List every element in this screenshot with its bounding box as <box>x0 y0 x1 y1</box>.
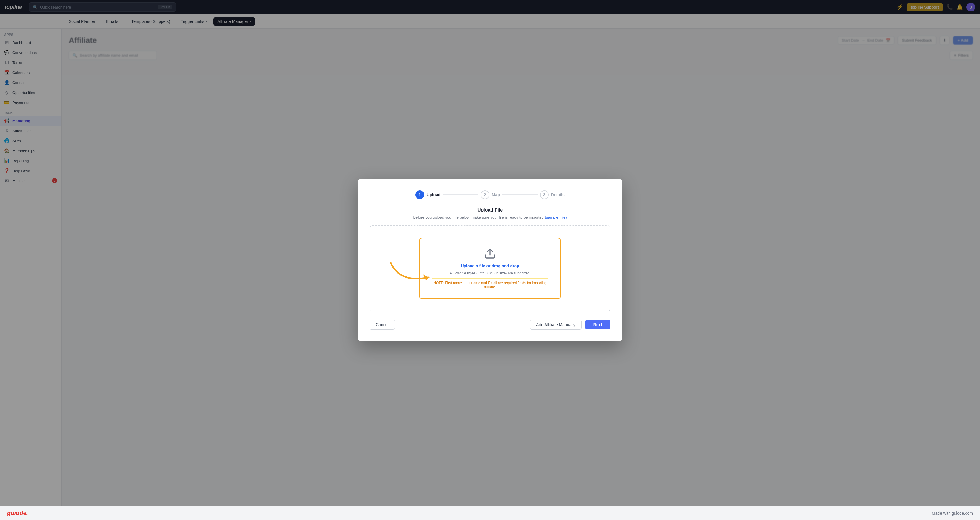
step-1: 1 Upload <box>415 190 441 199</box>
cancel-button[interactable]: Cancel <box>369 320 395 330</box>
dropzone-container[interactable]: Upload a file or drag and drop All .csv … <box>369 225 611 312</box>
upload-subtitle: Before you upload your file below, make … <box>369 215 611 219</box>
add-affiliate-manually-button[interactable]: Add Affiliate Manually <box>530 320 582 330</box>
upload-link-text[interactable]: Upload a file or drag and drop <box>461 264 519 268</box>
sample-file-link[interactable]: (sample File) <box>545 215 567 219</box>
step3-label: Details <box>551 192 565 197</box>
step2-circle: 2 <box>480 190 489 199</box>
step2-label: Map <box>492 192 500 197</box>
step-line-2 <box>502 194 538 195</box>
step-line-1 <box>443 194 478 195</box>
upload-modal: 1 Upload 2 Map 3 Details Upload File Bef… <box>358 179 622 341</box>
step1-circle: 1 <box>415 190 424 199</box>
upload-icon <box>484 248 496 261</box>
upload-note: NOTE: First name, Last name and Email ar… <box>432 278 548 289</box>
upload-support-text: All .csv file types (upto 50MB in size) … <box>449 271 531 275</box>
upload-file-title: Upload File <box>369 207 611 213</box>
stepper: 1 Upload 2 Map 3 Details <box>369 190 611 199</box>
modal-footer: Cancel Add Affiliate Manually Next <box>369 320 611 330</box>
step-2: 2 Map <box>480 190 500 199</box>
modal-overlay: 1 Upload 2 Map 3 Details Upload File Bef… <box>0 0 980 520</box>
footer-right-actions: Add Affiliate Manually Next <box>530 320 611 330</box>
guidde-logo: guidde. <box>7 510 28 517</box>
step-3: 3 Details <box>540 190 565 199</box>
inner-dropzone[interactable]: Upload a file or drag and drop All .csv … <box>420 238 560 299</box>
step3-circle: 3 <box>540 190 549 199</box>
guidde-made-with: Made with guidde.com <box>932 511 973 515</box>
guidde-bar: guidde. Made with guidde.com <box>0 506 980 520</box>
step1-label: Upload <box>426 192 441 197</box>
next-button[interactable]: Next <box>585 320 611 329</box>
